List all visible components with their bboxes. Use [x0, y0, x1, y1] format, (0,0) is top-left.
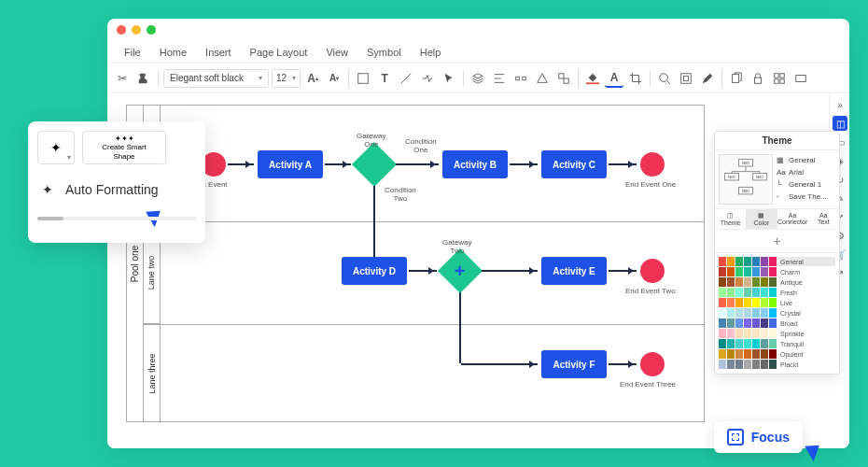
condition-two-label: Condition Two: [385, 186, 416, 203]
theme-preview[interactable]: texttexttexttext: [719, 154, 773, 205]
maximize-dot[interactable]: [147, 25, 156, 35]
format-painter-icon[interactable]: [134, 69, 153, 88]
gateway-two[interactable]: [438, 248, 483, 293]
svg-rect-11: [775, 73, 778, 77]
theme-title: Theme: [715, 132, 839, 150]
theme-opt-general[interactable]: ▦General: [777, 154, 835, 166]
gateway-one[interactable]: [352, 142, 397, 187]
palette-row-live[interactable]: Live: [719, 298, 835, 307]
font-decrease-icon[interactable]: A▾: [325, 69, 343, 88]
line-icon[interactable]: [397, 69, 415, 88]
palette-row-charm[interactable]: Charm: [719, 267, 835, 276]
crop-icon[interactable]: [626, 69, 645, 88]
theme-opt-general1[interactable]: └General 1: [777, 178, 835, 191]
grid-icon[interactable]: [770, 69, 789, 88]
minimize-dot[interactable]: [132, 25, 141, 35]
group-icon[interactable]: [554, 69, 573, 88]
warning-icon[interactable]: [533, 69, 552, 88]
palette-list: GeneralCharmAntiqueFreshLiveCrystalBroad…: [715, 253, 839, 374]
menu-file[interactable]: File: [115, 43, 150, 62]
palette-row-general[interactable]: General: [719, 257, 835, 266]
end-one-label: End Event One: [625, 180, 676, 189]
palette-row-fresh[interactable]: Fresh: [719, 288, 835, 297]
activity-a[interactable]: Activity A: [258, 150, 323, 178]
gateway-two-label: Gateway Two: [442, 238, 472, 255]
lane-header-3[interactable]: Lane three: [144, 324, 161, 423]
theme-panel: Theme texttexttexttext ▦General AaArial …: [714, 131, 840, 375]
activity-b[interactable]: Activity B: [442, 150, 508, 178]
palette-row-placid[interactable]: Placid: [719, 360, 835, 369]
end-event-three[interactable]: [640, 352, 665, 376]
palette-row-sprinkle[interactable]: Sprinkle: [719, 329, 835, 338]
text-icon[interactable]: T: [375, 69, 394, 88]
svg-rect-5: [586, 82, 599, 84]
focus-button[interactable]: Focus: [714, 421, 803, 453]
theme-tab-theme[interactable]: ◫Theme: [715, 209, 746, 229]
palette-row-broad[interactable]: Broad: [719, 318, 835, 328]
font-increase-icon[interactable]: A▴: [303, 69, 322, 88]
fit-icon[interactable]: [677, 69, 695, 88]
lock-icon[interactable]: [749, 69, 767, 88]
palette-row-crystal[interactable]: Crystal: [719, 308, 835, 318]
end-event-one[interactable]: [640, 152, 665, 177]
align-icon[interactable]: [490, 69, 509, 88]
create-smart-shape-button[interactable]: ✦✦✦Create Smart Shape: [82, 131, 166, 164]
palette-row-opulent[interactable]: Opulent: [719, 349, 835, 359]
pointer-icon[interactable]: [440, 69, 458, 88]
svg-rect-10: [755, 78, 762, 83]
theme-tab-connector[interactable]: AaConnector: [777, 209, 808, 229]
activity-e[interactable]: Activity E: [541, 257, 607, 285]
palette-row-antique[interactable]: Antique: [719, 277, 835, 287]
layer-icon[interactable]: [469, 69, 487, 88]
svg-text:text: text: [756, 175, 763, 179]
titlebar: [107, 19, 849, 41]
slider[interactable]: [37, 217, 196, 220]
menu-help[interactable]: Help: [411, 43, 451, 62]
font-size-select[interactable]: 12▾: [272, 69, 301, 88]
menu-symbol[interactable]: Symbol: [357, 43, 411, 62]
menubar: File Home Insert Page Layout View Symbol…: [107, 41, 849, 64]
distribute-icon[interactable]: [511, 69, 530, 88]
fill-icon[interactable]: [583, 69, 602, 88]
activity-f[interactable]: Activity F: [541, 350, 607, 378]
svg-rect-15: [796, 75, 806, 81]
sparkle-icon[interactable]: ✦▾: [37, 131, 75, 164]
theme-opt-arial[interactable]: AaArial: [777, 166, 835, 178]
auto-formatting-button[interactable]: ✦ Auto Formatting: [37, 174, 196, 205]
svg-text:text: text: [742, 189, 749, 193]
condition-one-label: Condition One: [405, 137, 437, 154]
menu-insert[interactable]: Insert: [196, 43, 241, 62]
svg-rect-1: [516, 77, 520, 80]
svg-rect-14: [780, 78, 784, 82]
zoom-icon[interactable]: [655, 69, 674, 88]
sparkle-icon-2: ✦: [37, 179, 58, 200]
activity-d[interactable]: Activity D: [342, 257, 407, 285]
theme-tab-icon[interactable]: ◫: [833, 116, 847, 131]
svg-rect-4: [564, 78, 568, 83]
theme-tab-color[interactable]: ▦Color: [746, 209, 777, 229]
menu-page-layout[interactable]: Page Layout: [241, 43, 317, 62]
font-select[interactable]: Elegant soft black▾: [163, 69, 269, 88]
toolbar: ✂ Elegant soft black▾ 12▾ A▴ A▾ T A: [107, 64, 849, 93]
close-dot[interactable]: [117, 25, 126, 35]
font-color-icon[interactable]: A: [605, 69, 623, 88]
svg-rect-0: [358, 73, 369, 83]
svg-point-6: [660, 73, 668, 81]
cut-icon[interactable]: ✂: [113, 69, 132, 88]
shape-icon[interactable]: [354, 69, 372, 88]
end-two-label: End Event Two: [625, 287, 676, 295]
connector-icon[interactable]: [418, 69, 437, 88]
collapse-icon[interactable]: »: [833, 97, 847, 112]
theme-add-button[interactable]: +: [715, 230, 839, 253]
copy-icon[interactable]: [727, 69, 746, 88]
menu-view[interactable]: View: [316, 43, 357, 62]
more-icon[interactable]: [791, 69, 810, 88]
activity-c[interactable]: Activity C: [541, 150, 607, 178]
end-event-two[interactable]: [640, 259, 665, 283]
pen-icon[interactable]: [698, 69, 717, 88]
theme-tab-text[interactable]: AaText: [808, 209, 839, 229]
palette-row-tranquil[interactable]: Tranquil: [719, 339, 835, 348]
menu-home[interactable]: Home: [150, 43, 196, 62]
focus-icon: [727, 429, 744, 446]
theme-opt-save[interactable]: ▫Save The...: [777, 191, 835, 203]
